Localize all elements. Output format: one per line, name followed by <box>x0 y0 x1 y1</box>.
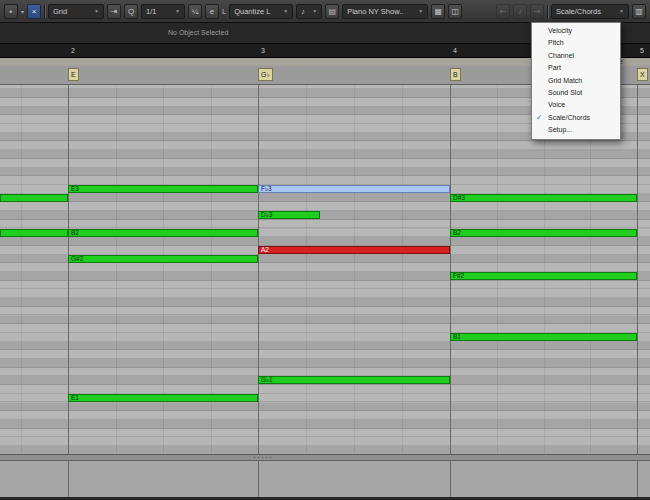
tool-icon: × <box>32 7 37 16</box>
colors-menu-item[interactable]: Sound Slot <box>532 87 620 99</box>
measure-line <box>637 85 638 454</box>
pitch-row <box>0 211 650 220</box>
checkmark-icon: ✓ <box>536 112 542 124</box>
pitch-row <box>0 220 650 229</box>
lane-measure-line <box>637 461 638 497</box>
note-grid[interactable]: E3F♭3D#3D♭3B2B2A2G#2F#2B1G♭1E1 <box>0 85 650 454</box>
patch-label: Piano NY Show.. <box>347 7 403 16</box>
colors-menu-item[interactable]: ✓Scale/Chords <box>532 112 620 124</box>
chord-event[interactable]: X <box>637 68 648 81</box>
insert-mode-button[interactable]: ▦ <box>431 4 445 19</box>
toolbar-right-group: ⇤ ♪ ⇥ Scale/Chords ▼ ▥ <box>496 4 646 19</box>
pitch-row <box>0 142 650 151</box>
midi-note[interactable]: G#2 <box>68 255 258 263</box>
note-icon: ♪ <box>301 7 305 16</box>
colors-menu-item[interactable]: Pitch <box>532 37 620 49</box>
editor-menu-button[interactable]: ▪ <box>4 4 18 19</box>
pitch-row <box>0 420 650 429</box>
midi-note[interactable]: E3 <box>68 185 258 193</box>
editor-menu-icon: ▪ <box>10 7 13 16</box>
midi-note[interactable]: D♭3 <box>258 211 320 219</box>
midi-note[interactable]: F#2 <box>450 272 637 280</box>
quantize-preset-label: 1/1 <box>146 7 156 16</box>
autoscroll-button[interactable]: ⇥ <box>107 4 121 19</box>
grid-icon: ▦ <box>434 7 442 16</box>
active-tool-button[interactable]: × <box>27 4 41 19</box>
grid-type-label: Grid <box>53 7 67 16</box>
pitch-row <box>0 446 650 454</box>
soft-quantize-button[interactable]: e <box>205 4 219 19</box>
controller-lane[interactable] <box>0 461 650 497</box>
chevron-down-icon: ▼ <box>312 8 317 14</box>
menu-item-label: Channel <box>548 52 574 59</box>
midi-note[interactable]: E1 <box>68 394 258 402</box>
window-layout-button[interactable]: ▥ <box>632 4 646 19</box>
grid-type-dropdown[interactable]: Grid ▼ <box>48 4 104 19</box>
step-back-button[interactable]: ⇤ <box>496 4 510 19</box>
colors-menu-item[interactable]: Grid Match <box>532 75 620 87</box>
ruler-measure-number: 3 <box>261 47 265 54</box>
beat-line <box>590 85 591 454</box>
colors-menu-item[interactable]: Velocity <box>532 25 620 37</box>
event-colors-dropdown[interactable]: Scale/Chords ▼ <box>551 4 629 19</box>
event-list-button[interactable]: ▤ <box>325 4 339 19</box>
length-quantize-prefix: L <box>222 7 226 16</box>
beat-line <box>497 85 498 454</box>
step-back-icon: ⇤ <box>500 7 507 16</box>
midi-note[interactable]: B2 <box>68 229 258 237</box>
midi-note[interactable]: A2 <box>258 246 450 254</box>
pitch-row <box>0 159 650 168</box>
chevron-down-icon: ▼ <box>418 8 423 14</box>
pitch-row <box>0 316 650 325</box>
iterative-icon: e <box>210 7 214 16</box>
patch-dropdown[interactable]: Piano NY Show.. ▼ <box>342 4 428 19</box>
step-forward-button[interactable]: ⇥ <box>530 4 544 19</box>
toolbar-separator <box>547 5 548 18</box>
colors-menu-item[interactable]: Part <box>532 62 620 74</box>
pitch-row <box>0 368 650 377</box>
chord-event[interactable]: E <box>68 68 79 81</box>
midi-note[interactable]: D#3 <box>450 194 637 202</box>
measure-line <box>450 85 451 454</box>
chord-event[interactable]: G♭ <box>258 68 273 81</box>
midi-note[interactable]: G♭1 <box>258 376 450 384</box>
midi-note[interactable]: B2 <box>450 229 637 237</box>
midi-note[interactable] <box>0 229 68 237</box>
pitch-row <box>0 307 650 316</box>
colors-menu-item[interactable]: Setup... <box>532 124 620 136</box>
iterative-quantize-button[interactable]: Q <box>124 4 138 19</box>
length-quantize-dropdown[interactable]: Quantize L ▼ <box>229 4 293 19</box>
midi-note[interactable] <box>0 194 68 202</box>
chord-event[interactable]: B <box>450 68 461 81</box>
pitch-row <box>0 411 650 420</box>
colors-menu-item[interactable]: Voice <box>532 99 620 111</box>
chevron-down-icon: ▼ <box>94 8 99 14</box>
pitch-row <box>0 437 650 446</box>
colors-menu-item[interactable]: Channel <box>532 50 620 62</box>
pitch-row <box>0 281 650 290</box>
pitch-row <box>0 263 650 272</box>
chevron-down-icon: ▼ <box>283 8 288 14</box>
pitch-row <box>0 385 650 394</box>
menu-item-label: Part <box>548 64 561 71</box>
quantize-preset-dropdown[interactable]: 1/1 ▼ <box>141 4 185 19</box>
keys-mode-button[interactable]: ◫ <box>448 4 462 19</box>
keys-icon: ◫ <box>451 7 459 16</box>
midi-note[interactable]: F♭3 <box>258 185 450 193</box>
key-editor-window: ▪ ▾ × Grid ▼ ⇥ Q 1/1 ▼ ¼ e L Quantize L … <box>0 0 650 500</box>
lane-measure-line <box>258 461 259 497</box>
toolbar-separator <box>44 5 45 18</box>
triplet-quantize-button[interactable]: ¼ <box>188 4 202 19</box>
beat-line <box>544 85 545 454</box>
event-colors-menu: VelocityPitchChannelPartGrid MatchSound … <box>531 22 621 140</box>
pitch-row <box>0 168 650 177</box>
pitch-row <box>0 403 650 412</box>
toolbar-options-caret-icon[interactable]: ▾ <box>21 8 24 15</box>
step-input-button[interactable]: ♪ <box>513 4 527 19</box>
beat-line <box>306 85 307 454</box>
beat-line <box>354 85 355 454</box>
beat-line <box>402 85 403 454</box>
lane-splitter[interactable]: ····· <box>0 454 650 461</box>
midi-note[interactable]: B1 <box>450 333 637 341</box>
note-value-dropdown[interactable]: ♪ ▼ <box>296 4 322 19</box>
